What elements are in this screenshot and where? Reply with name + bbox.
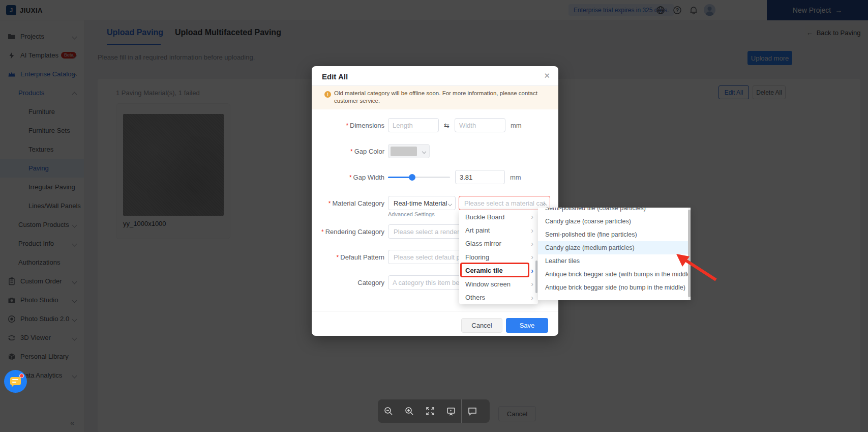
gap-width-slider[interactable] bbox=[388, 170, 450, 184]
presentation-button[interactable] bbox=[440, 399, 461, 423]
length-input[interactable] bbox=[388, 118, 439, 132]
gap-color-row: *Gap Color bbox=[312, 144, 558, 158]
default-pattern-label: Default Pattern bbox=[340, 253, 384, 261]
chevron-down-icon bbox=[448, 202, 452, 206]
chevron-right-icon: › bbox=[531, 226, 533, 235]
gap-width-unit: mm bbox=[510, 174, 521, 181]
chevron-down-icon bbox=[422, 150, 426, 154]
dropdown-item-others[interactable]: Others› bbox=[459, 291, 538, 304]
dimensions-row: *Dimensions ⇆ mm bbox=[312, 118, 558, 132]
gap-width-input[interactable] bbox=[455, 170, 505, 184]
advanced-settings-link[interactable]: Advanced Settings bbox=[388, 211, 435, 217]
dropdown-item-buckle-board[interactable]: Buckle Board› bbox=[459, 210, 538, 223]
dropdown-item-window-screen[interactable]: Window screen› bbox=[459, 277, 538, 291]
dimensions-label: Dimensions bbox=[350, 122, 384, 129]
dropdown-item-glass-mirror[interactable]: Glass mirror› bbox=[459, 237, 538, 250]
gap-color-swatch bbox=[391, 147, 417, 156]
modal-title: Edit All bbox=[322, 72, 348, 81]
warning-banner: ! Old material category will be offline … bbox=[312, 86, 558, 109]
material-category-row: *Material Category Real-time Material Pl… bbox=[312, 196, 558, 210]
close-icon[interactable]: ✕ bbox=[544, 71, 550, 80]
material-category-select[interactable]: Please select a material cat bbox=[459, 196, 550, 210]
material-category-label: Material Category bbox=[332, 199, 384, 207]
warning-text-line1: Old material category will be offline so… bbox=[334, 90, 546, 97]
dropdown-item-ceramic-tile[interactable]: Ceramic tile› bbox=[459, 264, 538, 277]
chat-support-button[interactable] bbox=[4, 370, 27, 393]
chat-bubble-icon bbox=[10, 377, 21, 385]
dropdown-scrollbar[interactable] bbox=[535, 261, 537, 293]
modal-save-button[interactable]: Save bbox=[506, 318, 548, 333]
chevron-right-icon: › bbox=[531, 294, 533, 302]
ceramic-tile-submenu: Semi-polished tile (coarse particles) Ca… bbox=[538, 208, 691, 300]
submenu-item-highlighted[interactable]: Candy glaze (medium particles) bbox=[538, 241, 691, 254]
category-label: Category bbox=[357, 279, 384, 286]
gap-color-picker[interactable] bbox=[388, 144, 430, 158]
warning-icon: ! bbox=[324, 91, 331, 98]
dropdown-item-art-paint[interactable]: Art paint› bbox=[459, 223, 538, 237]
material-type-select[interactable]: Real-time Material bbox=[388, 196, 456, 210]
app-root: J JIUXIA Enterprise trial expires in 325… bbox=[0, 0, 868, 432]
chevron-right-icon: › bbox=[531, 240, 533, 248]
chevron-right-icon: › bbox=[531, 213, 533, 221]
submenu-item[interactable]: Leather tiles bbox=[538, 254, 691, 268]
gap-color-label: Gap Color bbox=[354, 148, 384, 155]
rendering-category-label: Rendering Category bbox=[325, 228, 384, 236]
submenu-scrollbar-track[interactable] bbox=[688, 208, 691, 300]
dimensions-unit: mm bbox=[511, 122, 522, 129]
zoom-out-button[interactable] bbox=[378, 399, 399, 423]
preview-toolbar bbox=[378, 399, 490, 423]
width-input[interactable] bbox=[455, 118, 505, 132]
gap-width-label: Gap Width bbox=[353, 174, 384, 181]
submenu-item[interactable]: Antique brick beggar side (with bumps in… bbox=[538, 268, 691, 281]
fullscreen-button[interactable] bbox=[420, 399, 440, 423]
chevron-right-icon: › bbox=[531, 267, 533, 275]
submenu-item[interactable]: Semi-polished tile (coarse particles) bbox=[538, 208, 691, 215]
modal-footer-divider bbox=[312, 311, 558, 311]
submenu-item[interactable]: Semi-polished tile (fine particles) bbox=[538, 228, 691, 241]
submenu-scrollbar-thumb[interactable] bbox=[688, 210, 691, 297]
chevron-right-icon: › bbox=[531, 280, 533, 288]
slider-thumb[interactable] bbox=[409, 174, 415, 181]
zoom-in-button[interactable] bbox=[399, 399, 420, 423]
submenu-item[interactable]: Antique brick beggar side (no bump in th… bbox=[538, 281, 691, 294]
notification-dot bbox=[19, 373, 24, 378]
comment-button[interactable] bbox=[462, 399, 483, 423]
warning-text-line2: customer service. bbox=[334, 97, 546, 105]
dropdown-item-flooring[interactable]: Flooring› bbox=[459, 250, 538, 264]
swap-dimensions-icon[interactable]: ⇆ bbox=[444, 122, 450, 129]
modal-cancel-button[interactable]: Cancel bbox=[461, 318, 502, 333]
gap-width-row: *Gap Width mm bbox=[312, 170, 558, 184]
chevron-right-icon: › bbox=[531, 253, 533, 261]
material-category-dropdown: Buckle Board› Art paint› Glass mirror› F… bbox=[459, 210, 538, 304]
submenu-item[interactable]: Candy glaze (coarse particles) bbox=[538, 215, 691, 228]
